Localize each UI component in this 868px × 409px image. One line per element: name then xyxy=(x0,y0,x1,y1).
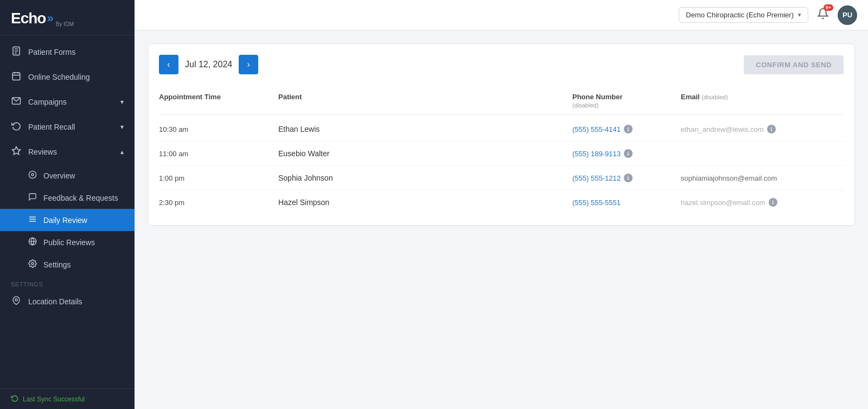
row1-phone-info-icon[interactable]: i xyxy=(624,125,633,133)
row1-patient: Ethan Lewis xyxy=(278,125,572,133)
clinic-name: Demo Chiropractic (Echo Premier) xyxy=(686,11,794,19)
prev-date-button[interactable]: ‹ xyxy=(159,55,178,74)
svg-point-11 xyxy=(31,174,34,176)
notification-button[interactable]: 9+ xyxy=(815,5,831,24)
row2-phone: (555) 189-9113 i xyxy=(572,149,681,158)
table-row: 2:30 pm Hazel Simpson (555) 555-5551 haz… xyxy=(159,190,844,214)
row4-phone: (555) 555-5551 xyxy=(572,199,681,207)
row1-email-text: ethan_andrew@lewis.com xyxy=(681,125,764,133)
sidebar-scroll: Patient Forms Online Scheduling Campaign… xyxy=(0,35,135,388)
row1-email: ethan_andrew@lewis.com i xyxy=(681,125,844,133)
settings-section-label: Settings xyxy=(0,276,135,290)
sidebar-item-location-details[interactable]: Location Details xyxy=(0,290,135,314)
row4-email-text: hazel.simpson@email.com xyxy=(681,199,765,207)
sidebar-item-online-scheduling-label: Online Scheduling xyxy=(28,73,90,81)
table-header: Appointment Time Patient Phone Number (d… xyxy=(159,87,844,115)
sidebar-item-online-scheduling[interactable]: Online Scheduling xyxy=(0,65,135,90)
topbar: Demo Chiropractic (Echo Premier) ▾ 9+ PU xyxy=(135,0,868,30)
row1-email-info-icon[interactable]: i xyxy=(767,125,776,133)
row4-email-info-icon[interactable]: i xyxy=(769,198,777,207)
th-email: Email (disabled) xyxy=(681,93,844,109)
sidebar-item-overview[interactable]: Overview xyxy=(0,164,135,187)
row1-time: 10:30 am xyxy=(159,125,278,133)
main-area: Demo Chiropractic (Echo Premier) ▾ 9+ PU… xyxy=(135,0,868,409)
th-phone-number: Phone Number (disabled) xyxy=(572,93,681,109)
sidebar-item-settings[interactable]: Settings xyxy=(0,253,135,276)
sidebar-item-daily-review-label: Daily Review xyxy=(43,216,87,225)
sidebar-item-public-reviews[interactable]: Public Reviews xyxy=(0,231,135,253)
sync-status-text: Last Sync Successful xyxy=(23,395,85,403)
th-appointment-time: Appointment Time xyxy=(159,93,278,109)
user-avatar[interactable]: PU xyxy=(838,5,857,25)
reviews-icon xyxy=(11,146,22,158)
date-navigation: ‹ Jul 12, 2024 › CONFIRM AND SEND xyxy=(159,55,844,74)
table-row: 10:30 am Ethan Lewis (555) 555-4141 i et… xyxy=(159,117,844,142)
row1-phone: (555) 555-4141 i xyxy=(572,125,681,133)
public-reviews-icon xyxy=(28,237,37,247)
svg-point-10 xyxy=(29,171,36,178)
sidebar-item-campaigns[interactable]: Campaigns ▾ xyxy=(0,90,135,114)
reviews-chevron-icon: ▴ xyxy=(120,148,124,156)
sidebar-item-patient-forms[interactable]: Patient Forms xyxy=(0,40,135,65)
sidebar-item-daily-review[interactable]: Daily Review xyxy=(0,209,135,231)
row2-patient: Eusebio Walter xyxy=(278,149,572,158)
svg-rect-4 xyxy=(12,73,20,80)
next-date-button[interactable]: › xyxy=(239,55,258,74)
svg-marker-9 xyxy=(12,147,21,155)
row3-phone-info-icon[interactable]: i xyxy=(624,174,633,182)
sidebar-item-public-reviews-label: Public Reviews xyxy=(43,238,95,247)
main-card: ‹ Jul 12, 2024 › CONFIRM AND SEND Appoin… xyxy=(148,43,855,226)
daily-review-icon xyxy=(28,215,37,225)
row1-phone-link[interactable]: (555) 555-4141 xyxy=(572,125,621,133)
sidebar-item-settings-label: Settings xyxy=(43,260,71,269)
sidebar-item-reviews[interactable]: Reviews ▴ xyxy=(0,139,135,164)
table-row: 11:00 am Eusebio Walter (555) 189-9113 i xyxy=(159,142,844,166)
row4-patient: Hazel Simpson xyxy=(278,198,572,207)
overview-icon xyxy=(28,170,37,181)
sidebar: Echo » By IOM Patient Forms Online Sched… xyxy=(0,0,135,409)
sidebar-item-patient-recall[interactable]: Patient Recall ▾ xyxy=(0,114,135,139)
location-details-icon xyxy=(11,296,22,307)
row3-email-text: sophiamiajohnson@email.com xyxy=(681,174,777,182)
row4-email: hazel.simpson@email.com i xyxy=(681,198,844,207)
logo-area: Echo » By IOM xyxy=(0,0,135,35)
svg-point-18 xyxy=(15,299,17,301)
row2-phone-link[interactable]: (555) 189-9113 xyxy=(572,150,621,158)
confirm-and-send-button[interactable]: CONFIRM AND SEND xyxy=(744,55,844,74)
svg-point-17 xyxy=(31,263,34,265)
content-area: ‹ Jul 12, 2024 › CONFIRM AND SEND Appoin… xyxy=(135,30,868,409)
table-row: 1:00 pm Sophia Johnson (555) 555-1212 i … xyxy=(159,166,844,190)
feedback-icon xyxy=(28,193,37,203)
patient-recall-icon xyxy=(11,121,22,133)
row2-time: 11:00 am xyxy=(159,150,278,158)
clinic-selector[interactable]: Demo Chiropractic (Echo Premier) ▾ xyxy=(679,7,808,23)
logo-text: Echo xyxy=(11,10,46,27)
row3-email: sophiamiajohnson@email.com xyxy=(681,174,844,182)
sync-icon xyxy=(11,394,18,404)
sidebar-item-campaigns-label: Campaigns xyxy=(28,98,67,106)
online-scheduling-icon xyxy=(11,71,22,83)
sidebar-item-location-details-label: Location Details xyxy=(28,297,82,306)
sidebar-item-overview-label: Overview xyxy=(43,171,75,180)
row4-time: 2:30 pm xyxy=(159,199,278,207)
row3-phone-link[interactable]: (555) 555-1212 xyxy=(572,174,621,182)
sidebar-item-patient-recall-label: Patient Recall xyxy=(28,123,75,131)
sidebar-item-feedback-requests[interactable]: Feedback & Requests xyxy=(0,187,135,209)
date-nav-left: ‹ Jul 12, 2024 › xyxy=(159,55,258,74)
campaigns-icon xyxy=(11,96,22,108)
row3-time: 1:00 pm xyxy=(159,174,278,182)
campaigns-chevron-icon: ▾ xyxy=(120,98,124,106)
sidebar-item-feedback-requests-label: Feedback & Requests xyxy=(43,194,118,202)
sidebar-item-patient-forms-label: Patient Forms xyxy=(28,48,75,56)
th-patient: Patient xyxy=(278,93,572,109)
row3-phone: (555) 555-1212 i xyxy=(572,174,681,182)
clinic-dropdown-arrow-icon: ▾ xyxy=(798,11,801,18)
sidebar-nav: Patient Forms Online Scheduling Campaign… xyxy=(0,35,135,318)
settings-icon xyxy=(28,259,37,270)
sidebar-item-reviews-label: Reviews xyxy=(28,148,57,156)
logo-chevrons-icon: » xyxy=(47,11,53,25)
row2-phone-info-icon[interactable]: i xyxy=(624,149,633,158)
patient-recall-chevron-icon: ▾ xyxy=(120,123,124,131)
row4-phone-link[interactable]: (555) 555-5551 xyxy=(572,199,621,207)
current-date-label: Jul 12, 2024 xyxy=(185,60,232,69)
